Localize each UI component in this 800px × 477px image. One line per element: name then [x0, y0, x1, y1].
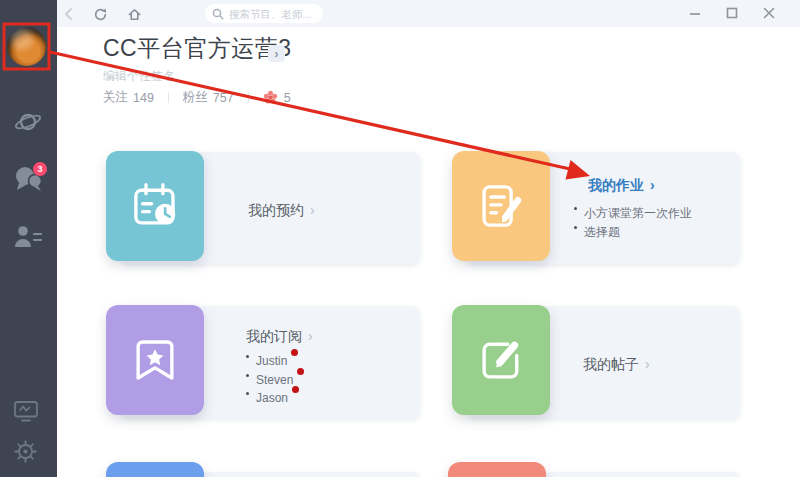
- posts-card-tile[interactable]: [452, 305, 550, 415]
- chevron-right-icon: ›: [274, 47, 278, 60]
- refresh-icon[interactable]: [91, 5, 109, 23]
- profile-stats: 关注 149 粉丝 757 5: [103, 89, 291, 106]
- chevron-right-icon: ›: [310, 202, 315, 218]
- following-count: 149: [133, 91, 154, 105]
- search-bar[interactable]: [205, 4, 323, 23]
- bookmark-star-icon: [128, 333, 182, 387]
- divider: [248, 92, 249, 103]
- maximize-button[interactable]: [723, 5, 741, 21]
- flower-icon: [263, 90, 278, 105]
- reservation-card-label[interactable]: 我的预约›: [248, 202, 315, 220]
- bullet-dot: [246, 374, 249, 377]
- avatar[interactable]: [7, 27, 46, 66]
- bullet-dot: [246, 392, 249, 395]
- homework-card-tile[interactable]: [452, 151, 550, 261]
- posts-card-label[interactable]: 我的帖子›: [583, 356, 650, 374]
- fans-label: 粉丝: [183, 89, 208, 106]
- edit-signature-link[interactable]: 编辑个性签名: [103, 68, 175, 85]
- bullet-dot: [246, 355, 249, 358]
- close-button[interactable]: [760, 5, 778, 21]
- flower-count: 5: [284, 91, 291, 105]
- subscription-item[interactable]: Jason: [246, 391, 288, 405]
- page-title: CC平台官方运营3: [103, 33, 292, 64]
- subscription-item[interactable]: Steven: [246, 373, 293, 387]
- profile-expand-button[interactable]: ›: [268, 45, 285, 62]
- search-input[interactable]: [229, 8, 319, 20]
- title-bar: [57, 0, 800, 27]
- homework-item[interactable]: 小方课堂第一次作业: [574, 205, 692, 222]
- partial-right-card-tile[interactable]: [448, 462, 546, 477]
- homework-item[interactable]: 选择题: [574, 224, 620, 241]
- unread-badge: 3: [33, 162, 47, 176]
- sidebar: 3: [0, 0, 57, 477]
- edit-square-icon: [474, 333, 528, 387]
- settings-gear-icon[interactable]: [13, 439, 38, 464]
- back-icon[interactable]: [60, 5, 78, 23]
- fans-count: 757: [213, 91, 234, 105]
- partial-left-card-tile[interactable]: [106, 462, 204, 477]
- home-icon[interactable]: [125, 5, 143, 23]
- reservation-card-tile[interactable]: [106, 151, 204, 261]
- discover-planet-icon[interactable]: [13, 108, 43, 136]
- live-monitor-icon[interactable]: [13, 400, 39, 423]
- chevron-right-icon: ›: [650, 177, 655, 193]
- subscription-card-tile[interactable]: [106, 305, 204, 415]
- search-icon: [212, 8, 224, 20]
- subscription-card-label[interactable]: 我的订阅›: [246, 328, 313, 346]
- homework-card-label[interactable]: 我的作业›: [588, 177, 655, 195]
- bullet-dot: [574, 207, 577, 210]
- divider: [168, 92, 169, 103]
- contacts-icon[interactable]: [13, 225, 43, 249]
- subscription-item[interactable]: Justin: [246, 354, 287, 368]
- following-label: 关注: [103, 89, 128, 106]
- calendar-clock-icon: [128, 179, 182, 233]
- minimize-button[interactable]: [686, 5, 704, 21]
- chevron-right-icon: ›: [645, 356, 650, 372]
- homework-doc-pencil-icon: [474, 179, 528, 233]
- chevron-right-icon: ›: [308, 328, 313, 344]
- bullet-dot: [574, 226, 577, 229]
- notification-dot: [292, 386, 299, 393]
